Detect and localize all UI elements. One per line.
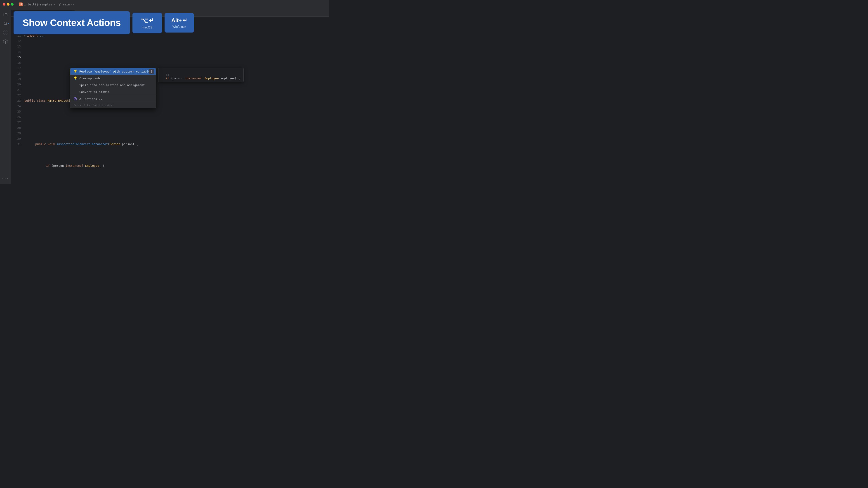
winlinux-label: Win/Linux (172, 25, 186, 29)
minimize-button[interactable] (7, 3, 9, 6)
maximize-button[interactable] (11, 3, 13, 6)
line-num-20: 20 (13, 82, 21, 87)
context-item-atomic[interactable]: Convert to atomic (70, 88, 156, 95)
preview-panel: 14 if (person instanceof Employee employ… (158, 68, 244, 82)
svg-point-1 (59, 5, 60, 6)
editor-area: PatternMatchingForInstanceOf.java 3 10 1… (11, 8, 329, 184)
alt-label: Alt+ (171, 17, 182, 24)
code-editor: 3 10 11 12 13 14 15 16 17 18 19 20 21 22… (11, 17, 329, 184)
macos-shortcut-badge: ⌥ ↵ macOS (132, 13, 162, 33)
line-num-23: 23 (13, 98, 21, 103)
line-num-24: 24 (13, 103, 21, 109)
macos-option-symbol: ⌥ (141, 17, 148, 24)
git-icon (59, 3, 62, 6)
context-item-ai-label: AI Actions... (79, 97, 102, 101)
svg-line-5 (6, 24, 7, 25)
project-name-display[interactable]: IJ intellij-samples ▾ (19, 2, 55, 6)
svg-rect-7 (6, 31, 7, 32)
line-num-28: 28 (13, 125, 21, 131)
line-num-30: 30 (13, 136, 21, 141)
branch-dropdown-icon[interactable]: ▾ (73, 3, 74, 6)
code-line-blank1 (24, 55, 329, 60)
context-item-split[interactable]: Split into declaration and assignment (70, 82, 156, 88)
svg-rect-8 (6, 33, 7, 34)
sidebar-icon-structure[interactable] (1, 29, 9, 37)
banner-title: Show Context Actions (23, 18, 121, 28)
close-button[interactable] (3, 3, 5, 6)
preview-line-number: 14 (166, 73, 169, 76)
branch-name: main (63, 3, 70, 6)
project-icon: IJ (19, 2, 23, 6)
line-num-29: 29 (13, 131, 21, 136)
branch-info[interactable]: main ↑ ▾ (59, 3, 74, 6)
line-numbers: 3 10 11 12 13 14 15 16 17 18 19 20 21 22… (11, 17, 23, 184)
context-item-ai[interactable]: AI Actions... (70, 95, 156, 102)
no-icon-split (73, 83, 77, 87)
ai-icon (73, 97, 77, 101)
context-item-replace-pattern[interactable]: 💡 Replace 'employee' with pattern variab… (70, 68, 156, 75)
macos-label: macOS (142, 26, 153, 29)
title-bar: IJ intellij-samples ▾ main ↑ ▾ (0, 0, 329, 8)
overlay-banner: Show Context Actions ⌥ ↵ macOS Alt+ ↵ Wi… (13, 11, 194, 34)
macos-shortcut-keys: ⌥ ↵ (141, 17, 154, 24)
line-num-14: 14 (13, 49, 21, 55)
sidebar-icon-search[interactable] (1, 20, 9, 28)
title-bar-center: IJ intellij-samples ▾ main ↑ ▾ (19, 2, 74, 6)
bulb-icon-cleanup: 💡 (73, 76, 77, 80)
code-line-13: public void inspectionToConvertInstanceo… (24, 141, 329, 147)
ai-logo-icon (73, 97, 77, 101)
line-num-12: 12 (13, 38, 21, 44)
left-sidebar: ··· (0, 8, 11, 184)
context-item-cleanup-label: Cleanup code (79, 76, 101, 80)
context-item-split-label: Split into declaration and assignment (79, 84, 145, 87)
traffic-lights (3, 3, 13, 6)
more-dots-label: ··· (2, 176, 9, 181)
line-num-15: 15 (13, 55, 21, 60)
line-num-16: 16 (13, 60, 21, 66)
context-footer-text: Press F1 to toggle preview (73, 104, 112, 107)
no-icon-atomic (73, 90, 77, 94)
line-num-27: 27 (13, 120, 21, 125)
line-num-13: 13 (13, 44, 21, 49)
context-footer: Press F1 to toggle preview (70, 102, 156, 108)
winlinux-shortcut-badge: Alt+ ↵ Win/Linux (164, 13, 194, 33)
line-num-31: 31 (13, 141, 21, 147)
banner-main: Show Context Actions (13, 11, 130, 34)
project-dropdown-icon[interactable]: ▾ (54, 3, 55, 6)
return-symbol: ↵ (183, 17, 187, 24)
context-item-cleanup[interactable]: 💡 Cleanup code (70, 75, 156, 82)
sidebar-icon-more[interactable]: ··· (1, 174, 9, 183)
line-num-21: 21 (13, 87, 21, 93)
macos-return-symbol: ↵ (149, 17, 154, 24)
svg-point-4 (4, 22, 6, 25)
context-item-atomic-label: Convert to atomic (79, 90, 110, 94)
context-item-more-btn[interactable]: ⋮ (149, 69, 154, 74)
branch-update-icon: ↑ (71, 3, 72, 6)
line-num-22: 22 (13, 93, 21, 98)
line-num-18: 18 (13, 71, 21, 76)
sidebar-icon-folder[interactable] (1, 10, 9, 19)
bulb-icon-replace: 💡 (73, 70, 77, 73)
code-line-14: if (person instanceof Employee) { (24, 163, 329, 168)
line-num-19: 19 (13, 76, 21, 82)
sidebar-icon-plugins[interactable] (1, 37, 9, 46)
code-content: ▶ import ... public class PatternMatchin… (23, 17, 329, 184)
svg-rect-9 (4, 33, 5, 34)
winlinux-shortcut-keys: Alt+ ↵ (171, 17, 187, 24)
line-num-17: 17 (13, 66, 21, 71)
line-num-25: 25 (13, 109, 21, 114)
context-item-replace-label: Replace 'employee' with pattern variable (79, 70, 150, 73)
context-actions-popup: 💡 Replace 'employee' with pattern variab… (70, 68, 156, 108)
project-name-label: intellij-samples (24, 3, 52, 6)
line-num-26: 26 (13, 114, 21, 120)
svg-rect-6 (4, 31, 5, 32)
code-line-12 (24, 120, 329, 125)
